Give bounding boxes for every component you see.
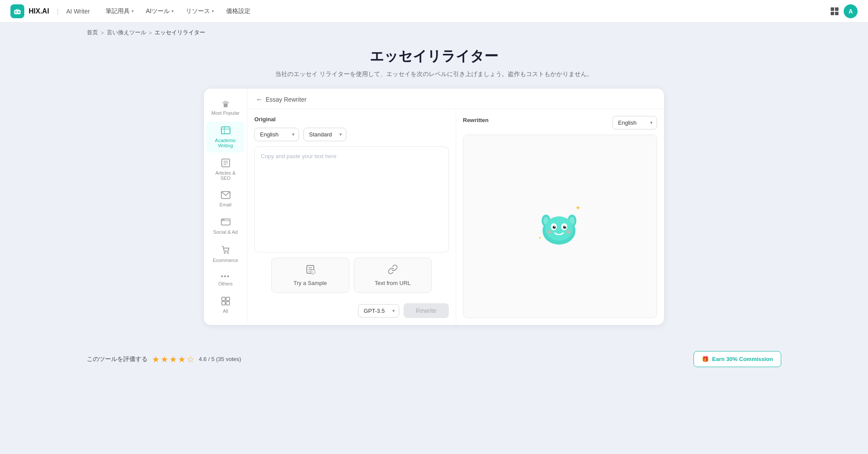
- nav-item-pricing[interactable]: 価格設定: [221, 5, 256, 18]
- tool-card: ♛ Most Popular Academic Writing: [204, 89, 664, 325]
- academic-icon: [221, 126, 230, 136]
- editor-panels: Original English Japanese Chinese Spanis…: [247, 109, 664, 325]
- sidebar-item-email[interactable]: Email: [207, 187, 244, 212]
- articles-icon: [221, 159, 230, 169]
- text-from-url-button[interactable]: Text from URL: [354, 258, 432, 293]
- text-input-wrapper: [254, 146, 449, 252]
- rewritten-label: Rewritten: [463, 117, 489, 123]
- mascot-cheek-left: [547, 230, 552, 234]
- quality-select[interactable]: Standard High Ultra: [303, 128, 346, 141]
- nav-resources-arrow: ▾: [212, 9, 214, 13]
- navbar: HIX.AI | AI Writer 筆記用具 ▾ AIツール ▾ リソース ▾…: [0, 0, 868, 23]
- sidebar-label-popular: Most Popular: [211, 110, 240, 116]
- nav-notes-arrow: ▾: [132, 9, 134, 13]
- url-icon: [388, 264, 398, 277]
- grid-menu-icon[interactable]: [831, 7, 838, 15]
- sidebar-item-popular[interactable]: ♛ Most Popular: [207, 96, 244, 120]
- language-select-wrapper-left: English Japanese Chinese Spanish ▾: [254, 128, 299, 141]
- nav-item-resources[interactable]: リソース ▾: [181, 5, 219, 18]
- nav-item-notes[interactable]: 筆記用具 ▾: [100, 5, 139, 18]
- rating-label: このツールを評価する: [87, 355, 148, 363]
- try-sample-button[interactable]: + Try a Sample: [271, 258, 349, 293]
- main-nav: 筆記用具 ▾ AIツール ▾ リソース ▾ 価格設定: [100, 5, 831, 18]
- svg-rect-3: [221, 127, 230, 134]
- rating-section: このツールを評価する ★ ★ ★ ★ ☆ 4.6 / 5 (35 votes): [87, 354, 241, 365]
- nav-resources-label: リソース: [186, 7, 210, 15]
- sparkle-top: ✦: [575, 204, 581, 212]
- footer-bar: このツールを評価する ★ ★ ★ ★ ☆ 4.6 / 5 (35 votes) …: [0, 342, 868, 376]
- sidebar-item-others[interactable]: ••• Others: [207, 269, 244, 291]
- rating-value: 4.6 / 5 (35 votes): [199, 356, 241, 362]
- sparkle-bottom: ✦: [538, 235, 542, 240]
- editor-back-label: Essay Rewriter: [266, 96, 306, 103]
- hero-subtitle: 当社のエッセイ リライターを使用して、エッセイを次のレベルに引き上げましょう。盗…: [0, 70, 868, 78]
- sidebar-label-social: Social & Ad: [213, 229, 237, 235]
- original-label: Original: [254, 116, 449, 123]
- sidebar: ♛ Most Popular Academic Writing: [204, 89, 247, 325]
- breadcrumb: 首页 > 言い換えツール > エッセイリライター: [0, 23, 868, 43]
- sidebar-item-ecommerce[interactable]: Ecommerce: [207, 241, 244, 267]
- breadcrumb-current: エッセイリライター: [155, 29, 205, 36]
- sidebar-item-social[interactable]: Social & Ad: [207, 213, 244, 239]
- mascot-illustration: ✦ ✦: [534, 202, 586, 250]
- commission-button[interactable]: 🎁 Earn 30% Commission: [694, 351, 781, 367]
- breadcrumb-tools[interactable]: 言い換えツール: [107, 29, 146, 36]
- sample-icon: +: [305, 264, 316, 277]
- text-input[interactable]: [254, 146, 449, 252]
- page-title: エッセイリライター: [0, 47, 868, 66]
- star-2: ★: [161, 354, 168, 365]
- svg-rect-0: [14, 10, 21, 14]
- rewrite-button[interactable]: Rewrite: [404, 303, 448, 318]
- brand-logo-area[interactable]: HIX.AI | AI Writer: [10, 4, 90, 18]
- svg-rect-19: [222, 302, 225, 305]
- sidebar-label-articles: Articles & SEO: [210, 170, 241, 181]
- sidebar-label-all: All: [223, 308, 228, 314]
- svg-text:+: +: [312, 271, 313, 274]
- svg-point-2: [18, 11, 20, 13]
- social-icon: [221, 218, 230, 228]
- grid-dot-1: [831, 7, 834, 11]
- language-select-wrapper-right: English Japanese Chinese ▾: [612, 116, 657, 129]
- star-3: ★: [169, 354, 177, 365]
- svg-point-15: [224, 252, 225, 254]
- svg-point-1: [15, 11, 16, 13]
- nav-ai-tools-label: AIツール: [146, 7, 170, 15]
- right-panel: Rewritten English Japanese Chinese ▾: [456, 109, 664, 325]
- svg-point-14: [224, 219, 224, 220]
- sidebar-label-others: Others: [218, 281, 233, 286]
- commission-icon: 🎁: [702, 356, 709, 362]
- sidebar-label-email: Email: [220, 202, 232, 207]
- nav-ai-tools-arrow: ▾: [171, 9, 174, 13]
- star-5: ☆: [187, 354, 194, 365]
- sidebar-item-all[interactable]: All: [207, 292, 244, 318]
- language-select-right[interactable]: English Japanese Chinese: [612, 116, 657, 129]
- svg-rect-20: [226, 302, 230, 305]
- breadcrumb-home[interactable]: 首页: [87, 29, 98, 36]
- star-rating: ★ ★ ★ ★ ☆: [152, 354, 194, 365]
- mascot-svg: ✦ ✦: [534, 202, 586, 250]
- language-select-left[interactable]: English Japanese Chinese Spanish: [254, 128, 299, 141]
- grid-dot-2: [835, 7, 838, 11]
- text-from-url-label: Text from URL: [375, 280, 411, 286]
- nav-item-ai-tools[interactable]: AIツール ▾: [141, 5, 179, 18]
- nav-pricing-label: 価格設定: [226, 7, 250, 15]
- mascot-cheek-right: [566, 230, 571, 234]
- back-button[interactable]: ← Essay Rewriter: [256, 96, 306, 103]
- star-1: ★: [152, 354, 160, 365]
- left-panel: Original English Japanese Chinese Spanis…: [247, 109, 456, 325]
- svg-rect-18: [226, 297, 230, 301]
- right-panel-header: Rewritten English Japanese Chinese ▾: [463, 116, 658, 129]
- star-4: ★: [178, 354, 186, 365]
- commission-label: Earn 30% Commission: [712, 356, 773, 362]
- gpt-select[interactable]: GPT-3.5 GPT-4: [358, 304, 399, 318]
- hero-section: エッセイリライター 当社のエッセイ リライターを使用して、エッセイを次のレベルに…: [0, 43, 868, 89]
- user-avatar[interactable]: A: [844, 4, 858, 18]
- back-arrow-icon: ←: [256, 96, 263, 103]
- main-container: ♛ Most Popular Academic Writing: [195, 89, 673, 342]
- svg-rect-17: [222, 297, 225, 301]
- breadcrumb-sep-1: >: [101, 30, 104, 36]
- svg-point-13: [222, 219, 223, 220]
- sidebar-item-academic[interactable]: Academic Writing: [207, 122, 244, 152]
- sidebar-item-articles[interactable]: Articles & SEO: [207, 154, 244, 185]
- grid-dot-3: [831, 12, 834, 15]
